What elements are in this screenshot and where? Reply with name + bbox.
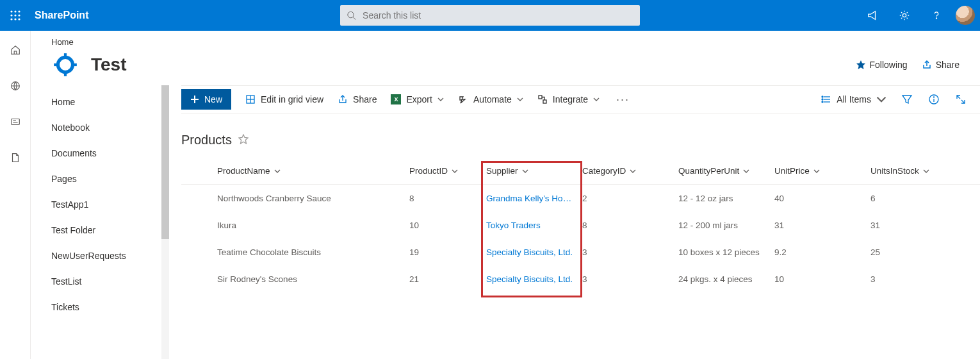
sidenav-item[interactable]: Documents	[31, 140, 168, 166]
search-icon	[347, 10, 356, 21]
megaphone-button[interactable]	[857, 0, 888, 31]
column-header-label: ProductID	[409, 166, 448, 176]
favorite-button[interactable]	[238, 134, 249, 146]
table-row[interactable]: Northwoods Cranberry Sauce8Grandma Kelly…	[181, 185, 980, 212]
following-button[interactable]: Following	[856, 60, 908, 70]
rail-files-button[interactable]	[5, 147, 26, 168]
following-label: Following	[870, 60, 908, 70]
share-button[interactable]: Share	[338, 94, 377, 104]
cell-unitprice: 9.2	[774, 247, 870, 257]
list-icon	[821, 94, 831, 104]
column-header-label: UnitsInStock	[870, 166, 919, 176]
filter-button[interactable]	[901, 93, 913, 106]
table-row[interactable]: Ikura10Tokyo Traders812 - 200 ml jars313…	[181, 212, 980, 238]
site-header: Test Following Share	[31, 47, 980, 85]
column-header-categoryid[interactable]: CategoryID	[582, 166, 678, 176]
chevron-down-icon	[452, 168, 458, 174]
cell-quantityperunit: 24 pkgs. x 4 pieces	[678, 274, 774, 284]
cell-unitprice: 10	[774, 274, 870, 284]
help-button[interactable]	[921, 0, 952, 31]
expand-icon	[955, 94, 967, 105]
view-label: All Items	[837, 94, 871, 104]
cell-productid: 21	[409, 274, 486, 284]
sidenav-item[interactable]: Tickets	[31, 294, 168, 320]
plus-icon	[190, 95, 199, 104]
cell-categoryid: 3	[582, 274, 678, 284]
svg-rect-18	[64, 53, 67, 57]
rail-news-button[interactable]	[5, 112, 26, 132]
svg-point-4	[14, 14, 16, 16]
cell-supplier[interactable]: Specialty Biscuits, Ltd.	[486, 274, 582, 284]
export-button[interactable]: Export	[391, 94, 443, 104]
svg-point-7	[14, 18, 16, 20]
app-rail	[0, 31, 31, 359]
sidenav-item[interactable]: Pages	[31, 166, 168, 192]
command-overflow-button[interactable]: ···	[614, 93, 632, 106]
settings-button[interactable]	[889, 0, 920, 31]
export-label: Export	[406, 94, 432, 104]
chevron-down-icon	[630, 168, 636, 174]
page-icon	[10, 152, 21, 163]
automate-button[interactable]: Automate	[458, 94, 523, 104]
svg-point-12	[936, 18, 936, 19]
column-header-label: QuantityPerUnit	[678, 166, 739, 176]
sidenav-item[interactable]: TestList	[31, 269, 168, 294]
cell-productname: Sir Rodney's Scones	[217, 274, 409, 284]
search-box[interactable]	[340, 5, 640, 26]
integrate-button[interactable]: Integrate	[537, 94, 600, 104]
chevron-down-icon	[517, 96, 523, 103]
sidenav-item[interactable]: Home	[31, 89, 168, 115]
sidenav-item[interactable]: Test Folder	[31, 217, 168, 243]
rail-sites-button[interactable]	[5, 76, 26, 96]
sidenav-item[interactable]: Notebook	[31, 115, 168, 140]
column-header-supplier[interactable]: Supplier	[486, 166, 582, 176]
home-icon	[10, 44, 21, 56]
app-launcher-button[interactable]	[0, 0, 31, 31]
cell-supplier[interactable]: Grandma Kelly's Homestead	[486, 194, 582, 203]
info-button[interactable]	[927, 93, 940, 106]
expand-button[interactable]	[954, 93, 967, 106]
cell-unitprice: 31	[774, 221, 870, 230]
cell-supplier[interactable]: Specialty Biscuits, Ltd.	[486, 247, 582, 257]
search-input[interactable]	[363, 10, 633, 21]
globe-icon	[10, 80, 21, 92]
flow-icon	[458, 94, 468, 104]
cell-productid: 19	[409, 247, 486, 257]
side-nav: HomeNotebookDocumentsPagesTestApp1Test F…	[31, 85, 168, 359]
table-row[interactable]: Sir Rodney's Scones21Specialty Biscuits,…	[181, 265, 980, 292]
chevron-down-icon	[876, 94, 886, 104]
excel-icon	[391, 94, 401, 104]
column-header-unitsinstock[interactable]: UnitsInStock	[870, 166, 947, 176]
svg-point-6	[10, 18, 12, 20]
view-selector[interactable]: All Items	[821, 94, 886, 104]
column-header-label: CategoryID	[582, 166, 626, 176]
cell-quantityperunit: 12 - 200 ml jars	[678, 221, 774, 230]
edit-grid-label: Edit in grid view	[261, 94, 323, 104]
site-share-button[interactable]: Share	[922, 60, 960, 70]
svg-rect-14	[11, 119, 19, 125]
site-logo-icon	[52, 51, 79, 78]
cell-categoryid: 8	[582, 221, 678, 230]
column-header-label: UnitPrice	[774, 166, 810, 176]
breadcrumb[interactable]: Home	[31, 31, 980, 47]
sidenav-item[interactable]: NewUserRequests	[31, 243, 168, 269]
cell-categoryid: 2	[582, 194, 678, 203]
column-header-productname[interactable]: ProductName	[217, 166, 409, 176]
news-icon	[10, 116, 21, 128]
cell-productname: Ikura	[217, 221, 409, 230]
rail-home-button[interactable]	[5, 40, 26, 60]
column-header-productid[interactable]: ProductID	[409, 166, 486, 176]
new-button[interactable]: New	[181, 89, 231, 110]
edit-grid-button[interactable]: Edit in grid view	[245, 94, 323, 104]
waffle-icon	[10, 10, 20, 21]
cell-supplier[interactable]: Tokyo Traders	[486, 221, 582, 230]
table-row[interactable]: Teatime Chocolate Biscuits19Specialty Bi…	[181, 238, 980, 265]
column-header-unitprice[interactable]: UnitPrice	[774, 166, 870, 176]
chevron-down-icon	[437, 96, 444, 103]
share-arrow-icon	[338, 94, 348, 104]
cell-productname: Northwoods Cranberry Sauce	[217, 194, 409, 203]
sidenav-item[interactable]: TestApp1	[31, 192, 168, 217]
column-header-quantityperunit[interactable]: QuantityPerUnit	[678, 166, 774, 176]
user-avatar[interactable]	[956, 6, 975, 25]
suite-brand[interactable]: SharePoint	[35, 10, 88, 21]
